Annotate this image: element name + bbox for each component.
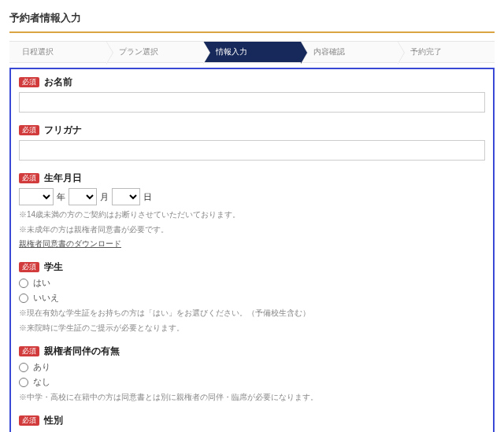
- label-kana: フリガナ: [44, 124, 82, 137]
- required-badge: 必須: [19, 173, 39, 184]
- field-name: 必須 お名前: [19, 76, 485, 113]
- guardian-yes-radio[interactable]: [19, 363, 28, 372]
- label-birthdate: 生年月日: [44, 172, 82, 185]
- student-no-row[interactable]: いいえ: [19, 292, 485, 304]
- student-note-1: ※現在有効な学生証をお持ちの方は「はい」をお選びください。（予備校生含む）: [19, 307, 485, 319]
- field-kana: 必須 フリガナ: [19, 124, 485, 161]
- day-suffix: 日: [143, 191, 152, 203]
- required-badge: 必須: [19, 262, 39, 273]
- guardian-no-row[interactable]: なし: [19, 376, 485, 388]
- step-label: 内容確認: [313, 46, 345, 57]
- step-complete: 予約完了: [398, 42, 495, 62]
- student-yes-radio[interactable]: [19, 279, 28, 288]
- label-gender: 性別: [44, 414, 63, 427]
- step-plan: プラン選択: [106, 42, 203, 62]
- step-label: 日程選択: [22, 46, 54, 57]
- label-student: 学生: [44, 260, 63, 274]
- field-guardian: 必須 親権者同伴の有無 あり なし ※中学・高校に在籍中の方は同意書とは別に親権…: [19, 345, 485, 403]
- month-suffix: 月: [100, 191, 109, 203]
- form-container: 必須 お名前 必須 フリガナ 必須 生年月日 年 月: [9, 68, 495, 432]
- step-confirm: 内容確認: [301, 42, 398, 62]
- progress-stepper: 日程選択 プラン選択 情報入力 内容確認 予約完了: [9, 41, 495, 63]
- year-suffix: 年: [57, 191, 65, 203]
- required-badge: 必須: [19, 77, 39, 88]
- title-divider: [9, 31, 495, 33]
- guardian-yes-row[interactable]: あり: [19, 361, 485, 373]
- required-badge: 必須: [19, 346, 39, 357]
- step-info-input: 情報入力: [203, 42, 300, 62]
- birthdate-note-1: ※14歳未満の方のご契約はお断りさせていただいております。: [19, 209, 485, 220]
- step-label: 情報入力: [216, 46, 247, 57]
- step-label: プラン選択: [119, 46, 158, 57]
- student-yes-label: はい: [33, 277, 50, 289]
- student-no-radio[interactable]: [19, 294, 28, 303]
- guardian-yes-label: あり: [33, 361, 50, 373]
- guardian-no-radio[interactable]: [19, 378, 28, 387]
- student-no-label: いいえ: [33, 292, 59, 304]
- step-schedule: 日程選択: [9, 42, 106, 62]
- field-gender: 必須 性別 男性 女性: [19, 414, 485, 432]
- day-select[interactable]: [112, 188, 140, 205]
- guardian-note: ※中学・高校に在籍中の方は同意書とは別に親権者の同伴・臨席が必要になります。: [19, 391, 485, 403]
- month-select[interactable]: [69, 188, 97, 205]
- page-title: 予約者情報入力: [9, 8, 495, 31]
- field-student: 必須 学生 はい いいえ ※現在有効な学生証をお持ちの方は「はい」をお選びくださ…: [19, 260, 485, 334]
- student-yes-row[interactable]: はい: [19, 277, 485, 289]
- label-name: お名前: [44, 76, 72, 89]
- label-guardian: 親権者同伴の有無: [44, 345, 120, 358]
- consent-download-link[interactable]: 親権者同意書のダウンロード: [19, 238, 121, 249]
- required-badge: 必須: [19, 125, 39, 136]
- step-label: 予約完了: [410, 46, 442, 57]
- year-select[interactable]: [19, 188, 54, 205]
- guardian-no-label: なし: [33, 376, 50, 388]
- kana-input[interactable]: [19, 140, 485, 161]
- field-birthdate: 必須 生年月日 年 月 日 ※14歳未満の方のご契約はお断りさせていただいており…: [19, 172, 485, 249]
- name-input[interactable]: [19, 92, 485, 113]
- required-badge: 必須: [19, 415, 39, 426]
- birthdate-note-2: ※未成年の方は親権者同意書が必要です。: [19, 223, 485, 235]
- student-note-2: ※来院時に学生証のご提示が必要となります。: [19, 322, 485, 334]
